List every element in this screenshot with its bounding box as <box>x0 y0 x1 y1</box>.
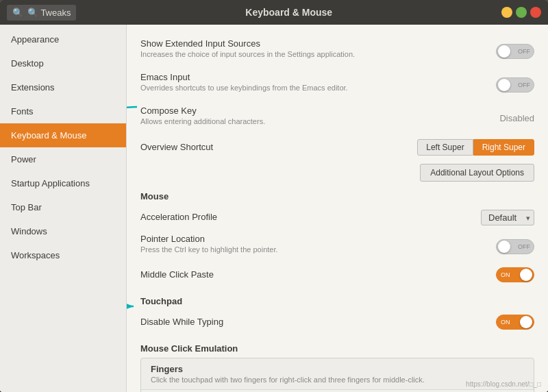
toggle-knob <box>498 79 510 91</box>
compose-key-text: Compose Key Allows entering additional c… <box>140 106 265 131</box>
window-controls <box>501 7 541 18</box>
close-button[interactable] <box>530 7 541 18</box>
window-title: Keyboard & Mouse <box>76 7 501 18</box>
sidebar-item-topbar[interactable]: Top Bar <box>0 195 126 219</box>
additional-layout-button[interactable]: Additional Layout Options <box>420 164 534 182</box>
sidebar: Appearance Desktop Extensions Fonts Keyb… <box>0 25 127 392</box>
show-extended-text: Show Extended Input Sources Increases th… <box>140 38 355 64</box>
sidebar-item-appearance[interactable]: Appearance <box>0 27 126 51</box>
sidebar-item-keyboard-mouse[interactable]: Keyboard & Mouse <box>0 123 126 147</box>
right-super-button[interactable]: Right Super <box>473 139 534 156</box>
compose-key-value: Disabled <box>499 113 534 123</box>
pointer-location-text: Pointer Location Press the Ctrl key to h… <box>140 234 278 259</box>
overview-shortcut-row: Overview Shortcut Left Super Right Super <box>140 135 534 160</box>
sidebar-item-workspaces[interactable]: Workspaces <box>0 243 126 267</box>
show-extended-row: Show Extended Input Sources Increases th… <box>140 34 534 68</box>
sidebar-item-fonts[interactable]: Fonts <box>0 99 126 123</box>
emacs-input-toggle[interactable] <box>496 77 534 93</box>
search-icon: 🔍 <box>12 8 23 18</box>
emacs-input-desc: Overrides shortcuts to use keybindings f… <box>140 84 348 92</box>
show-extended-label: Show Extended Input Sources <box>140 38 355 49</box>
emulation-section-heading: Mouse Click Emulation <box>140 343 534 354</box>
pointer-location-desc: Press the Ctrl key to highlight the poin… <box>140 245 278 254</box>
pointer-location-toggle[interactable] <box>496 239 534 254</box>
accel-profile-label: Acceleration Profile <box>140 212 217 222</box>
overview-shortcut-label: Overview Shortcut <box>140 142 213 152</box>
app-name: 🔍 Tweaks <box>27 8 71 18</box>
show-extended-toggle[interactable] <box>496 44 534 59</box>
compose-key-row: Compose Key Allows entering additional c… <box>140 101 534 135</box>
show-extended-desc: Increases the choice of input sources in… <box>140 50 355 58</box>
accel-profile-select-wrap: Default <box>481 210 534 225</box>
accel-profile-row: Acceleration Profile Default <box>140 206 534 230</box>
compose-key-label: Compose Key <box>140 106 265 116</box>
disable-typing-toggle[interactable] <box>496 315 534 330</box>
minimize-button[interactable] <box>501 7 512 18</box>
toggle-knob <box>520 316 532 328</box>
body: Appearance Desktop Extensions Fonts Keyb… <box>0 25 548 392</box>
mouse-section-heading: Mouse <box>140 191 534 201</box>
fingers-title: Fingers <box>151 364 425 374</box>
watermark: https://blog.csdn.net/□_□ <box>466 380 541 388</box>
search-box[interactable]: 🔍 🔍 Tweaks <box>7 5 76 21</box>
overview-shortcut-buttons: Left Super Right Super <box>417 139 534 156</box>
maximize-button[interactable] <box>516 7 527 18</box>
touchpad-section-heading: Touchpad <box>140 296 534 306</box>
main-panel: Show Extended Input Sources Increases th… <box>127 25 548 392</box>
additional-layout-row: Additional Layout Options <box>140 160 534 182</box>
toggle-knob <box>498 241 510 253</box>
emacs-input-label: Emacs Input <box>140 72 348 82</box>
emacs-input-text: Emacs Input Overrides shortcuts to use k… <box>140 72 348 97</box>
pointer-location-row: Pointer Location Press the Ctrl key to h… <box>140 230 534 263</box>
pointer-location-label: Pointer Location <box>140 234 278 244</box>
disable-typing-row: Disable While Typing <box>140 310 534 334</box>
disable-typing-label: Disable While Typing <box>140 317 223 327</box>
left-super-button[interactable]: Left Super <box>417 139 473 156</box>
app-window: 🔍 🔍 Tweaks Keyboard & Mouse Appearance D… <box>0 0 548 392</box>
toggle-knob <box>520 269 532 281</box>
fingers-desc: Click the touchpad with two fingers for … <box>151 376 425 384</box>
titlebar: 🔍 🔍 Tweaks Keyboard & Mouse <box>0 0 548 25</box>
sidebar-item-desktop[interactable]: Desktop <box>0 51 126 75</box>
middle-click-row: Middle Click Paste <box>140 263 534 286</box>
accel-profile-select[interactable]: Default <box>481 210 534 225</box>
middle-click-toggle[interactable] <box>496 267 534 282</box>
sidebar-item-startup[interactable]: Startup Applications <box>0 171 126 195</box>
toggle-knob <box>498 45 510 58</box>
sidebar-item-power[interactable]: Power <box>0 147 126 171</box>
sidebar-item-extensions[interactable]: Extensions <box>0 75 126 99</box>
compose-key-desc: Allows entering additional characters. <box>140 117 265 125</box>
emacs-input-row: Emacs Input Overrides shortcuts to use k… <box>140 68 534 101</box>
middle-click-label: Middle Click Paste <box>140 269 214 280</box>
sidebar-item-windows[interactable]: Windows <box>0 219 126 243</box>
